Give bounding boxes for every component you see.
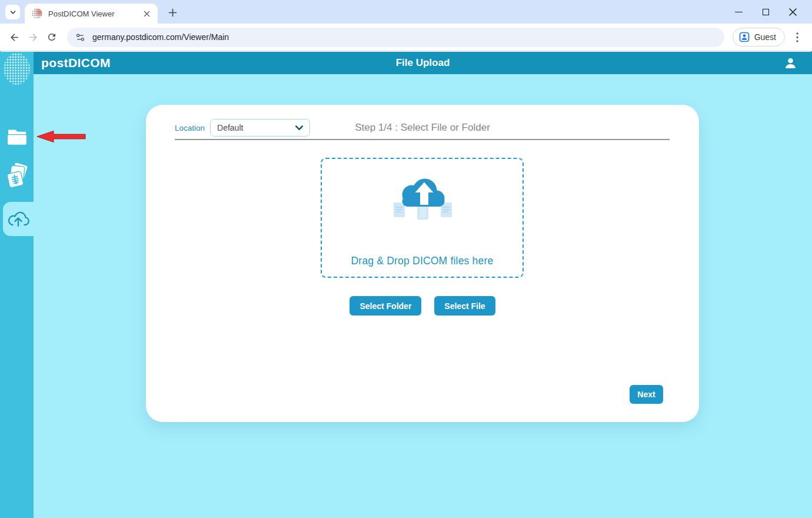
- browser-toolbar: germany.postdicom.com/Viewer/Main Guest: [0, 24, 812, 51]
- folder-icon: [6, 128, 28, 146]
- step-title: Step 1/4 : Select File or Folder: [146, 122, 699, 134]
- brain-logo-icon: [4, 53, 30, 85]
- select-buttons-row: Select Folder Select File: [146, 296, 699, 316]
- page-title: File Upload: [34, 57, 812, 69]
- tab-search-button[interactable]: [5, 5, 20, 19]
- kebab-menu-icon: [796, 32, 798, 42]
- tab-strip: PostDICOM Viewer: [0, 0, 812, 24]
- select-folder-button[interactable]: Select Folder: [350, 296, 421, 316]
- browser-menu-button[interactable]: [787, 27, 807, 47]
- user-account-button[interactable]: [780, 54, 800, 72]
- maximize-button[interactable]: [752, 0, 779, 24]
- forward-icon: [28, 32, 39, 43]
- minimize-icon: [735, 12, 743, 12]
- next-button[interactable]: Next: [630, 385, 663, 404]
- sidebar: [0, 52, 34, 518]
- tab-close-button[interactable]: [141, 8, 152, 19]
- xray-films-icon: [5, 163, 29, 190]
- close-icon: [789, 8, 797, 16]
- divider: [175, 139, 670, 140]
- browser-window: PostDICOM Viewer: [0, 0, 812, 518]
- app-content: postDICOM File Upload: [0, 52, 812, 518]
- forward-button[interactable]: [24, 28, 42, 47]
- url-text: germany.postdicom.com/Viewer/Main: [92, 32, 229, 42]
- app-header: postDICOM File Upload: [34, 52, 812, 74]
- cloud-upload-icon: [6, 210, 30, 228]
- site-settings-icon[interactable]: [75, 32, 85, 42]
- red-arrow-annotation: [36, 130, 86, 144]
- chevron-down-icon: [9, 8, 17, 16]
- user-icon: [784, 57, 797, 70]
- profile-label: Guest: [754, 32, 776, 42]
- browser-tab[interactable]: PostDICOM Viewer: [25, 4, 158, 24]
- favicon: [32, 8, 42, 19]
- reload-icon: [46, 32, 57, 42]
- select-file-button[interactable]: Select File: [434, 296, 495, 316]
- tab-title: PostDICOM Viewer: [48, 9, 141, 18]
- new-tab-button[interactable]: [165, 5, 179, 19]
- reload-button[interactable]: [42, 28, 61, 47]
- close-icon: [144, 11, 150, 17]
- minimize-button[interactable]: [725, 0, 752, 24]
- cloud-upload-files-icon: [387, 174, 458, 224]
- sidebar-item-folders[interactable]: [0, 122, 34, 151]
- close-window-button[interactable]: [779, 0, 806, 24]
- window-controls: [725, 0, 806, 24]
- back-icon: [9, 32, 20, 43]
- maximize-icon: [763, 9, 769, 15]
- guest-profile-icon: [739, 32, 750, 42]
- sidebar-item-upload-active[interactable]: [3, 202, 34, 236]
- back-button[interactable]: [5, 28, 24, 47]
- plus-icon: [168, 8, 177, 17]
- dropzone-text: Drag & Drop DICOM files here: [351, 255, 494, 267]
- dicom-dropzone[interactable]: Drag & Drop DICOM files here: [321, 158, 524, 278]
- profile-button[interactable]: Guest: [733, 28, 785, 47]
- address-bar[interactable]: germany.postdicom.com/Viewer/Main: [67, 28, 724, 47]
- sidebar-item-studies[interactable]: [0, 162, 34, 191]
- upload-card: Location Default Step 1/4 : Select File …: [146, 105, 699, 422]
